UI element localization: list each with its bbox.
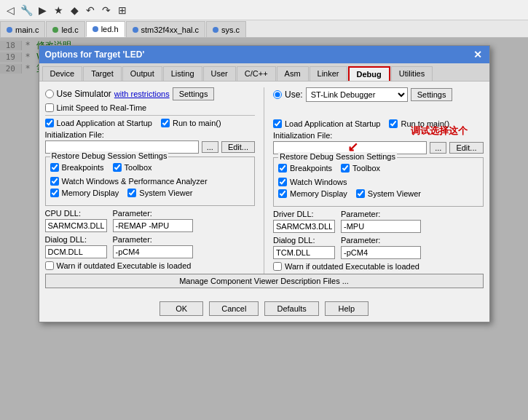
sysview-check-left: System Viewer [127, 189, 192, 197]
edit-button-right[interactable]: Edit... [449, 142, 483, 154]
tab-led-c[interactable]: led.c [46, 21, 84, 37]
dialog-dll-labels-left: Dialog DLL: Parameter: [45, 235, 256, 244]
browse-button-left[interactable]: ... [202, 141, 218, 153]
use-debugger-radio[interactable] [273, 90, 282, 99]
help-button[interactable]: Help [325, 301, 369, 316]
tab-asm[interactable]: Asm [277, 66, 309, 81]
tab-sys-c[interactable]: sys.c [206, 21, 246, 37]
with-restrictions-link[interactable]: with restrictions [114, 90, 170, 98]
tab-dot [7, 27, 12, 33]
dialog-dll-row-right [273, 246, 484, 259]
toolbox-checkbox-right[interactable] [341, 164, 350, 173]
tab-user[interactable]: User [203, 66, 236, 81]
cancel-button[interactable]: Cancel [209, 301, 259, 316]
memory-display-checkbox-left[interactable] [50, 189, 59, 197]
cpu-dll-input[interactable] [45, 219, 107, 232]
dialog-param-input-left[interactable] [113, 245, 193, 258]
watch-windows-row-right: Watch Windows [278, 178, 478, 186]
toolbar-icon-8[interactable]: ⊞ [115, 3, 130, 17]
col-separator [264, 87, 264, 274]
cpu-param-label: Parameter: [113, 209, 152, 218]
manage-component-button[interactable]: Manage Component Viewer Description File… [45, 274, 484, 288]
debugger-settings-button[interactable]: Settings [411, 88, 453, 101]
driver-dll-row [273, 220, 484, 233]
use-debugger-row: Use: ST-Link Debugger Settings [273, 87, 484, 102]
system-viewer-checkbox-left[interactable] [127, 189, 136, 197]
cpu-dll-labels: CPU DLL: Parameter: [45, 209, 256, 218]
breakpoints-checkbox-right[interactable] [278, 164, 287, 173]
warn-outdated-checkbox-left[interactable] [45, 261, 54, 270]
tab-utilities[interactable]: Utilities [391, 66, 433, 81]
tab-output[interactable]: Output [122, 66, 162, 81]
tab-main-c[interactable]: main.c [0, 21, 45, 37]
tab-linker[interactable]: Linker [310, 66, 347, 81]
tab-device[interactable]: Device [42, 66, 83, 81]
dialog-dll-label-right: Dialog DLL: [273, 236, 335, 245]
dialog-buttons: OK Cancel Defaults Help [39, 298, 489, 322]
dialog-close-button[interactable]: ✕ [472, 49, 484, 60]
breakpoints-check-right: Breakpoints [278, 164, 332, 173]
edit-button-left[interactable]: Edit... [221, 141, 255, 153]
dialog-dll-input-right[interactable] [273, 246, 335, 259]
limit-speed-checkbox[interactable] [45, 103, 54, 112]
toolbar-icon-1[interactable]: ◁ [3, 3, 17, 17]
watch-windows-checkbox-right[interactable] [278, 178, 287, 186]
browse-button-right[interactable]: ... [430, 142, 446, 154]
toolbar-icon-5[interactable]: ◆ [67, 3, 82, 17]
run-to-main-checkbox[interactable] [161, 119, 170, 127]
debugger-dropdown[interactable]: ST-Link Debugger [306, 87, 408, 102]
file-tabs: main.c led.c led.h stm32f4xx_hal.c sys.c [0, 20, 528, 38]
toolbar-icon-2[interactable]: 🔧 [19, 3, 34, 17]
tab-stm32[interactable]: stm32f4xx_hal.c [126, 21, 205, 37]
breakpoints-row-left: Breakpoints Toolbox [50, 163, 251, 175]
watch-windows-label-right: Watch Windows [290, 178, 347, 186]
system-viewer-label-left: System Viewer [139, 189, 192, 197]
toolbar-icon-6[interactable]: ↶ [83, 3, 98, 17]
init-file-label-right: Initialization File: [273, 131, 484, 140]
tab-led-h[interactable]: led.h [86, 21, 125, 37]
tab-dot [133, 27, 138, 33]
memory-display-label-left: Memory Display [62, 189, 119, 197]
watch-windows-checkbox-left[interactable] [50, 177, 59, 186]
dialog-param-label-right: Parameter: [341, 236, 380, 245]
restore-group-label: Restore Debug Session Settings [50, 151, 169, 160]
defaults-button[interactable]: Defaults [264, 301, 318, 316]
cpu-param-input[interactable] [113, 219, 193, 232]
dialog-param-input-right[interactable] [341, 246, 421, 259]
restore-group-content: Breakpoints Toolbox Watch Windows & Perf… [50, 163, 251, 200]
system-viewer-checkbox-right[interactable] [356, 189, 365, 198]
toolbox-check-left: Toolbox [113, 163, 152, 172]
left-column: Use Simulator with restrictions Settings… [45, 87, 256, 274]
two-column-layout: Use Simulator with restrictions Settings… [45, 87, 484, 274]
dialog-tabs: Device Target Output Listing User C/C++ … [39, 63, 489, 82]
warn-outdated-checkbox-right[interactable] [273, 262, 282, 271]
toolbox-checkbox-left[interactable] [113, 163, 122, 172]
load-app-checkbox-right[interactable] [273, 119, 282, 128]
limit-speed-label: Limit Speed to Real-Time [57, 103, 147, 112]
dialog-body: Use Simulator with restrictions Settings… [39, 82, 489, 298]
driver-dll-input[interactable] [273, 220, 335, 233]
ok-button[interactable]: OK [159, 301, 203, 316]
memory-display-checkbox-right[interactable] [278, 189, 287, 198]
breakpoints-check-left: Breakpoints [50, 163, 104, 172]
tab-debug[interactable]: Debug [348, 66, 390, 81]
tab-cpp[interactable]: C/C++ [237, 66, 276, 81]
toolbar-icon-7[interactable]: ↷ [99, 3, 114, 17]
dialog-dll-input-left[interactable] [45, 245, 107, 258]
spacer [273, 105, 484, 119]
tab-target[interactable]: Target [83, 66, 122, 81]
tab-listing[interactable]: Listing [163, 66, 202, 81]
tab-label: sys.c [221, 25, 240, 34]
breakpoints-checkbox-left[interactable] [50, 163, 59, 172]
simulator-radio[interactable] [45, 90, 54, 98]
memory-row-right: Memory Display System Viewer [278, 189, 478, 201]
driver-param-input[interactable] [341, 220, 421, 233]
load-app-row: Load Application at Startup Run to main(… [45, 119, 256, 127]
toolbox-label-left: Toolbox [125, 163, 152, 172]
tab-dot [213, 27, 218, 33]
run-to-main-checkbox-right[interactable] [389, 119, 398, 128]
toolbar-icon-3[interactable]: ▶ [35, 3, 50, 17]
simulator-settings-button[interactable]: Settings [173, 87, 215, 100]
load-app-checkbox[interactable] [45, 119, 54, 127]
toolbar-icon-4[interactable]: ★ [51, 3, 66, 17]
